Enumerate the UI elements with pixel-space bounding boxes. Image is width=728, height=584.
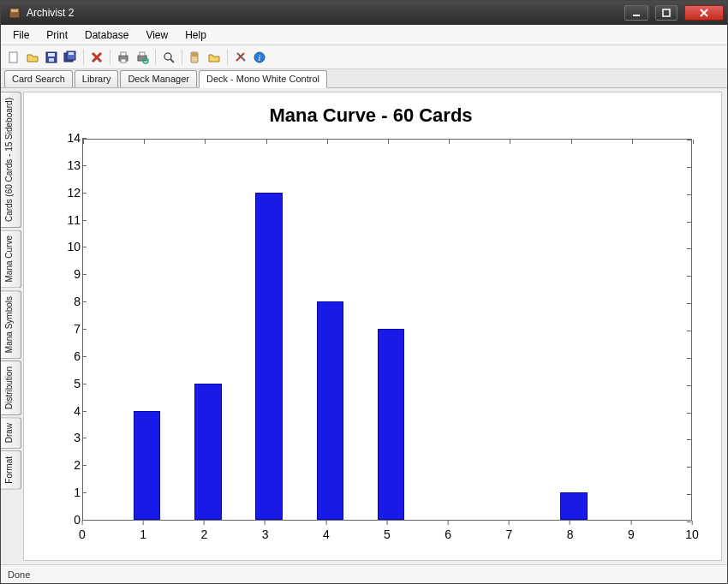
y-tick-label: 7 [34,322,81,336]
new-icon[interactable] [6,50,21,65]
side-tab-draw[interactable]: Draw [1,417,21,449]
x-tick-top [266,140,267,144]
svg-text:i: i [259,53,261,63]
svg-rect-0 [9,8,20,18]
menu-file[interactable]: File [4,25,38,45]
x-tick-label: 0 [79,527,86,541]
search-icon[interactable] [161,50,176,65]
x-tick-top [693,140,694,144]
toolbar-separator [227,50,228,65]
x-tick-label: 9 [628,527,635,541]
y-tick-right [687,248,691,249]
chart-bar [194,384,221,520]
menu-view[interactable]: View [137,25,176,45]
x-tick-top [205,140,206,144]
chart-bar [560,492,587,520]
svg-rect-20 [192,53,197,57]
x-tick-label: 6 [445,527,451,541]
tab-card-search[interactable]: Card Search [4,70,73,87]
y-tick-label: 8 [34,295,81,308]
close-button[interactable] [684,5,724,21]
x-tick-top [571,140,572,144]
card-icon[interactable] [188,50,203,65]
tab-deck[interactable]: Deck - Mono White Control [199,70,327,88]
x-tick-label: 4 [323,527,330,541]
print-preview-icon[interactable] [134,50,150,65]
svg-rect-2 [633,15,640,16]
y-tick-right [687,521,691,522]
chart-title: Mana Curve - 60 Cards [34,104,707,127]
x-tick-label: 7 [505,527,512,541]
menu-help[interactable]: Help [176,25,215,45]
y-tick-right [687,331,691,331]
tabstrip: Card Search Library Deck Manager Deck - … [1,69,727,88]
app-window: Archivist 2 File Print Database View Hel… [0,0,728,584]
chart-axis-box [82,139,692,521]
save-icon[interactable] [44,50,59,65]
y-tick-right [687,276,691,277]
y-tick-right [687,167,691,168]
toolbar-separator [83,50,84,65]
menu-print[interactable]: Print [38,25,76,45]
svg-rect-6 [48,53,55,57]
side-tabstrip: Cards (60 Cards - 15 Sideboard) Mana Cur… [1,88,21,564]
x-tick-top [449,140,450,144]
menu-database[interactable]: Database [76,25,137,45]
x-tick-label: 10 [685,527,699,541]
toolbar: i [1,45,727,69]
print-icon[interactable] [116,50,131,65]
content-body: Cards (60 Cards - 15 Sideboard) Mana Cur… [1,88,727,564]
side-tab-mana-symbols[interactable]: Mana Symbols [1,290,21,359]
side-tab-cards[interactable]: Cards (60 Cards - 15 Sideboard) [1,92,21,228]
y-tick-right [687,467,691,468]
y-tick-right [687,439,691,440]
chart-bar [378,329,404,520]
y-tick-label: 14 [34,131,81,145]
y-tick-right [687,303,691,304]
toolbar-separator [182,50,182,65]
maximize-button[interactable] [655,5,677,21]
side-tab-mana-curve[interactable]: Mana Curve [1,229,21,288]
y-tick-right [687,385,691,386]
x-tick-label: 2 [200,527,207,541]
x-tick-top [327,140,328,144]
y-tick-right [687,413,691,414]
svg-rect-12 [121,52,126,56]
chart-plot: 01234567891011121314012345678910 [34,134,707,546]
y-tick-label: 12 [34,186,81,200]
svg-rect-4 [9,52,17,63]
x-tick-label: 8 [567,527,574,541]
y-tick-label: 5 [34,377,81,390]
y-tick-label: 10 [34,240,81,253]
side-tab-distribution[interactable]: Distribution [1,361,21,415]
chart-bar [134,411,160,520]
y-tick-label: 4 [34,404,81,418]
y-tick-label: 1 [34,486,81,499]
info-icon[interactable]: i [252,50,267,65]
toolbar-separator [155,50,156,65]
x-tick-label: 5 [384,527,391,541]
y-tick-label: 0 [34,513,81,527]
open-icon[interactable] [25,50,40,65]
svg-rect-15 [140,52,145,56]
chart-bar [255,193,282,520]
settings-icon[interactable] [233,50,248,65]
tab-library[interactable]: Library [75,70,119,87]
tab-deck-manager[interactable]: Deck Manager [120,70,197,87]
y-tick-right [687,140,691,140]
y-tick-label: 6 [34,349,81,363]
y-tick-label: 2 [34,458,81,472]
svg-rect-7 [49,58,54,62]
status-text: Done [8,569,30,580]
side-tab-format[interactable]: Format [1,450,21,490]
minimize-button[interactable] [624,5,648,21]
y-tick-label: 9 [34,267,81,281]
toolbar-separator [110,50,110,65]
svg-rect-3 [663,9,670,16]
titlebar: Archivist 2 [1,1,727,25]
delete-icon[interactable] [89,50,104,65]
y-tick-label: 3 [34,431,81,444]
folder-icon[interactable] [206,50,222,65]
save-all-icon[interactable] [63,50,78,65]
svg-rect-13 [121,59,126,63]
